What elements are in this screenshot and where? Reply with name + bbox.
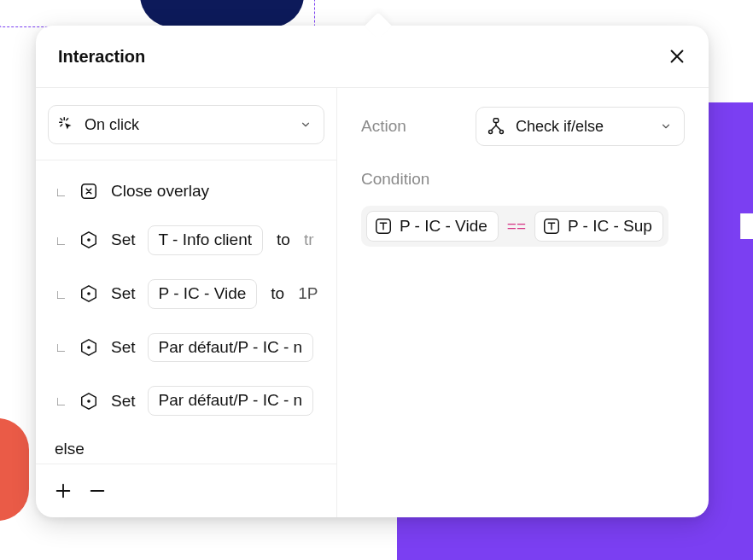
action-type-select[interactable]: Check if/else [476,107,685,146]
popover-title: Interaction [58,47,145,67]
condition-left-operand[interactable]: P - IC - Vide [366,211,499,242]
svg-line-2 [61,119,62,120]
variable-icon [79,391,99,411]
action-close-overlay[interactable]: ∟ Close overlay [55,181,336,201]
action-list: ∟ Close overlay ∟ Set T - Info client to… [36,160,336,464]
minus-icon [88,481,107,500]
condition-field-label: Condition [361,170,685,189]
close-icon [668,47,686,66]
svg-point-12 [499,130,503,133]
left-pane: On click ∟ Close overlay ∟ [36,88,337,517]
svg-point-6 [87,239,90,242]
remove-action-button[interactable] [87,481,108,501]
variable-token[interactable]: Par défaut/P - IC - n [148,386,314,416]
tree-branch-icon: ∟ [55,340,67,354]
variable-token[interactable]: T - Info client [148,225,263,255]
text-variable-icon [374,217,393,236]
interaction-popover: Interaction [36,26,709,517]
svg-point-11 [489,130,493,133]
else-branch[interactable]: else [55,440,336,458]
svg-point-8 [87,346,90,349]
action-set-variable-3[interactable]: ∟ Set Par défaut/P - IC - n [55,333,336,363]
selected-button-shape [140,0,304,27]
svg-line-4 [61,125,62,126]
condition-operator[interactable]: == [505,217,528,236]
action-type-value: Check if/else [516,118,650,136]
svg-point-9 [87,400,90,403]
trigger-label: On click [85,116,291,134]
action-field-label: Action [361,117,455,136]
tree-branch-icon: ∟ [55,394,67,408]
right-panel-edge [740,213,753,239]
tree-branch-icon: ∟ [55,233,67,248]
text-variable-icon [542,217,561,236]
action-set-variable-1[interactable]: ∟ Set T - Info client to tr [55,225,336,255]
chevron-down-icon [660,120,672,132]
svg-line-3 [67,119,68,120]
plus-icon [54,481,73,500]
variable-token[interactable]: P - IC - Vide [148,279,258,309]
close-overlay-icon [79,181,99,201]
svg-point-7 [87,292,90,295]
action-tools [36,464,336,517]
condition-right-operand[interactable]: P - IC - Sup [534,211,663,242]
action-label: Close overlay [111,182,209,201]
tree-branch-icon: ∟ [55,287,67,301]
condition-expression[interactable]: P - IC - Vide == P - IC - Sup [361,206,668,247]
on-click-icon [57,115,76,134]
variable-icon [79,230,99,250]
chevron-down-icon [300,119,312,131]
variable-icon [79,337,99,358]
variable-token[interactable]: Par défaut/P - IC - n [148,333,314,363]
action-set-variable-2[interactable]: ∟ Set P - IC - Vide to 1P [55,279,336,309]
variable-icon [79,283,99,304]
add-action-button[interactable] [53,481,73,501]
close-button[interactable] [668,47,686,66]
right-pane: Action Check if/else [337,88,709,517]
tree-branch-icon: ∟ [55,184,67,199]
trigger-select[interactable]: On click [48,105,324,144]
conditional-icon [487,117,505,136]
action-set-variable-4[interactable]: ∟ Set Par défaut/P - IC - n [55,386,336,416]
